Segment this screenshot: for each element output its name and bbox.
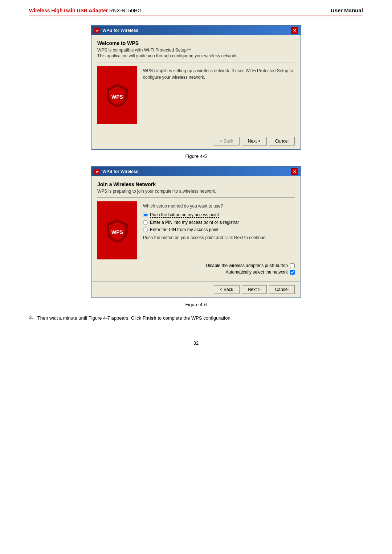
wps-logo-box-6: WPS	[97, 201, 137, 259]
figure5-body: Welcome to WPS WPS is compatible with Wi…	[91, 35, 301, 133]
figure6-right-panel: Which setup method do you want to use? P…	[143, 201, 295, 259]
svg-text:WPS: WPS	[111, 94, 123, 100]
checkbox-row-2: Automatically select the network	[97, 270, 295, 275]
figure6-dialog-title: WPS for Wireless	[102, 169, 138, 174]
radio-option-1: Push the button on my access point	[143, 212, 295, 218]
checkbox1-label: Disable the wireless adapter's push-butt…	[206, 263, 288, 268]
radio-pin-from-ap[interactable]	[143, 227, 148, 232]
checkbox-row-1: Disable the wireless adapter's push-butt…	[97, 263, 295, 268]
page-number: 32	[29, 340, 363, 346]
product-model: RNX-N150HG	[108, 8, 142, 13]
figure5-dialog-title: WPS for Wireless	[102, 28, 138, 33]
product-name-highlight: Wireless High Gain USB Adapter	[29, 8, 108, 13]
push-button-hint: Push the button on your access point and…	[143, 235, 295, 240]
radio-push-button[interactable]	[143, 213, 148, 217]
wps-logo-6: WPS	[106, 219, 128, 242]
radio-pin-access[interactable]	[143, 220, 148, 225]
figure5-footer: < Back Next > Cancel	[91, 133, 301, 149]
figure5-cancel-button[interactable]: Cancel	[269, 137, 295, 145]
auto-select-network-checkbox[interactable]	[290, 270, 295, 275]
figure6-caption: Figure 4-6	[29, 302, 363, 307]
step3-text-after: to complete the WPS configuration.	[156, 315, 232, 321]
checkbox-section: Disable the wireless adapter's push-butt…	[97, 263, 295, 275]
figure5-next-button[interactable]: Next >	[242, 137, 267, 145]
figure5-close-button[interactable]: ✕	[291, 27, 298, 34]
manual-title: User Manual	[331, 7, 363, 13]
disable-pushbutton-checkbox[interactable]	[290, 263, 295, 268]
figure5-caption: Figure 4-5	[29, 153, 363, 159]
figure5-subtitle2: This application will guide you through …	[97, 53, 295, 58]
figure5-section-title: Welcome to WPS	[97, 40, 295, 46]
figure6-close-button[interactable]: ✕	[291, 168, 298, 175]
figure6-cancel-button[interactable]: Cancel	[269, 285, 295, 294]
page-header: Wireless High Gain USB Adapter RNX-N150H…	[29, 7, 363, 16]
checkbox2-label: Automatically select the network	[226, 270, 288, 275]
step3-text-before: Then wait a minute until Figure 4-7 appe…	[37, 315, 143, 321]
figure6-back-button[interactable]: < Back	[214, 285, 240, 294]
radio-group: Push the button on my access point Enter…	[143, 212, 295, 232]
figure5-dialog: W WPS for Wireless ✕ Welcome to WPS WPS …	[91, 25, 301, 150]
wps-logo: WPS	[106, 83, 128, 107]
step3-bold-word: Finish	[143, 315, 156, 321]
step3-container: 3. Then wait a minute until Figure 4-7 a…	[29, 315, 363, 329]
figure6-body: Join a Wireless Network WPS is preparing…	[91, 176, 301, 281]
figure6-content: WPS Which setup method do you want to us…	[97, 201, 295, 259]
figure5-content: WPS WPS simplifies setting up a wireless…	[97, 66, 295, 124]
header-product-info: Wireless High Gain USB Adapter RNX-N150H…	[29, 8, 142, 13]
radio-pin-label: Enter a PIN into my access point or a re…	[150, 220, 239, 225]
titlebar-left: W WPS for Wireless	[94, 28, 138, 33]
step3-number: 3.	[29, 315, 33, 329]
figure5-titlebar: W WPS for Wireless ✕	[91, 26, 301, 35]
wps-title-icon-6: W	[94, 169, 100, 175]
figure5-subtitle1: WPS is compatible with Wi-Fi Protected S…	[97, 48, 295, 53]
figure6-next-button[interactable]: Next >	[242, 285, 267, 294]
wps-shield-icon-6: WPS	[106, 219, 128, 242]
radio-push-label: Push the button on my access point	[150, 212, 219, 218]
wps-shield-icon: WPS	[106, 83, 128, 107]
figure6-subtitle: WPS is preparing to join your computer t…	[97, 189, 295, 194]
radio-option-2: Enter a PIN into my access point or a re…	[143, 220, 295, 225]
figure6-dialog: W WPS for Wireless ✕ Join a Wireless Net…	[91, 166, 301, 298]
figure6-section-title: Join a Wireless Network	[97, 181, 295, 187]
radio-option-3: Enter the PIN from my access point	[143, 227, 295, 232]
step3-paragraph: Then wait a minute until Figure 4-7 appe…	[37, 315, 232, 322]
svg-text:WPS: WPS	[111, 229, 123, 235]
wps-logo-box: WPS	[97, 66, 137, 124]
figure6-titlebar: W WPS for Wireless ✕	[91, 167, 301, 176]
radio-pin-from-label: Enter the PIN from my access point	[150, 227, 219, 232]
figure5-back-button[interactable]: < Back	[214, 137, 240, 145]
titlebar6-left: W WPS for Wireless	[94, 169, 138, 175]
setup-question: Which setup method do you want to use?	[143, 201, 295, 209]
figure6-footer: < Back Next > Cancel	[91, 281, 301, 297]
wps-title-icon: W	[94, 28, 100, 33]
figure5-divider	[97, 62, 295, 62]
figure5-desc: WPS simplifies setting up a wireless net…	[143, 66, 295, 124]
figure6-divider	[97, 197, 295, 198]
